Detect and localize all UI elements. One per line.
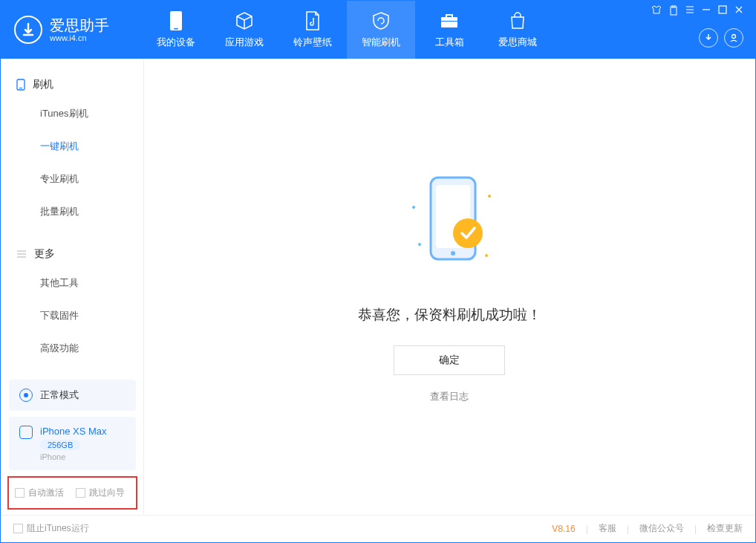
sidebar-item-download-firmware[interactable]: 下载固件	[1, 299, 143, 332]
logo-icon	[14, 16, 42, 44]
checkbox-label: 阻止iTunes运行	[27, 522, 89, 535]
tab-my-device[interactable]: 我的设备	[142, 1, 210, 59]
tab-smart-flash[interactable]: 智能刷机	[347, 1, 415, 59]
toolbox-icon	[439, 10, 460, 31]
main-content: 恭喜您，保资料刷机成功啦！ 确定 查看日志	[144, 59, 755, 514]
tab-toolbox[interactable]: 工具箱	[415, 1, 483, 59]
highlighted-options: 自动激活 跳过向导	[7, 476, 137, 510]
app-header: 爱思助手 www.i4.cn 我的设备 应用游戏 铃声壁纸 智能刷机 工具箱 爱…	[1, 1, 755, 59]
footer-link-update[interactable]: 检查更新	[707, 522, 743, 535]
section-header-flash: 刷机	[1, 72, 143, 97]
window-controls	[648, 1, 746, 22]
svg-point-14	[418, 243, 421, 246]
tab-label: 工具箱	[435, 36, 464, 49]
checkbox-auto-activate[interactable]: 自动激活	[15, 487, 64, 499]
svg-rect-4	[671, 7, 677, 15]
svg-rect-9	[19, 88, 22, 88]
music-file-icon	[302, 10, 323, 31]
sidebar-section-flash: 刷机 iTunes刷机 一键刷机 专业刷机 批量刷机	[1, 59, 143, 228]
device-type: iPhone	[40, 452, 107, 461]
checkbox-block-itunes[interactable]: 阻止iTunes运行	[13, 522, 89, 535]
svg-point-13	[453, 218, 483, 248]
tab-label: 智能刷机	[362, 36, 400, 49]
tab-apps-games[interactable]: 应用游戏	[210, 1, 278, 59]
download-button[interactable]	[699, 28, 718, 48]
device-storage: 256GB	[40, 440, 80, 450]
svg-point-7	[732, 35, 736, 39]
tab-label: 铃声壁纸	[293, 36, 332, 49]
clipboard-icon[interactable]	[669, 5, 678, 18]
checkbox-label: 自动激活	[28, 487, 64, 499]
minimize-button[interactable]	[702, 5, 711, 18]
success-illustration	[375, 170, 524, 284]
sidebar-item-oneclick-flash[interactable]: 一键刷机	[1, 130, 143, 163]
maximize-button[interactable]	[718, 5, 727, 18]
svg-rect-1	[174, 28, 178, 30]
shirt-icon[interactable]	[651, 5, 662, 18]
nav-tabs: 我的设备 应用游戏 铃声壁纸 智能刷机 工具箱 爱思商城	[142, 1, 552, 59]
checkbox-skip-guide[interactable]: 跳过向导	[76, 487, 125, 499]
svg-point-12	[451, 251, 455, 256]
menu-icon[interactable]	[685, 5, 694, 18]
footer-link-support[interactable]: 客服	[599, 522, 616, 535]
phone-icon	[166, 10, 186, 31]
logo-area: 爱思助手 www.i4.cn	[1, 16, 142, 44]
device-icon	[16, 79, 25, 91]
svg-rect-0	[170, 11, 182, 30]
sidebar-item-itunes-flash[interactable]: iTunes刷机	[1, 97, 143, 130]
section-title: 刷机	[33, 78, 53, 91]
mode-label: 正常模式	[40, 388, 79, 402]
tab-label: 我的设备	[157, 36, 195, 49]
svg-rect-2	[441, 17, 457, 27]
sidebar: 刷机 iTunes刷机 一键刷机 专业刷机 批量刷机 更多 其他工具 下载固件 …	[1, 59, 144, 514]
version-label: V8.16	[552, 524, 575, 534]
mode-icon	[19, 388, 33, 402]
sidebar-item-other-tools[interactable]: 其他工具	[1, 267, 143, 299]
success-message: 恭喜您，保资料刷机成功啦！	[358, 305, 541, 325]
tab-store[interactable]: 爱思商城	[483, 1, 552, 59]
sidebar-section-more: 更多 其他工具 下载固件 高级功能	[1, 228, 143, 365]
bag-icon	[507, 10, 528, 31]
phone-small-icon	[19, 426, 33, 439]
logo-title: 爱思助手	[50, 17, 109, 33]
tab-label: 爱思商城	[498, 36, 537, 49]
svg-point-15	[485, 254, 488, 257]
footer: 阻止iTunes运行 V8.16 | 客服 | 微信公众号 | 检查更新	[1, 515, 755, 542]
device-info-block[interactable]: iPhone XS Max 256GB iPhone	[9, 417, 136, 470]
checkbox-icon	[13, 524, 23, 533]
list-icon	[16, 250, 27, 259]
cube-icon	[234, 10, 255, 31]
section-header-more: 更多	[1, 241, 143, 267]
logo-subtitle: www.i4.cn	[50, 33, 109, 42]
close-button[interactable]	[734, 5, 743, 18]
section-title: 更多	[34, 247, 55, 261]
sidebar-item-advanced[interactable]: 高级功能	[1, 332, 143, 365]
sidebar-item-pro-flash[interactable]: 专业刷机	[1, 163, 143, 195]
confirm-button[interactable]: 确定	[394, 345, 505, 375]
svg-rect-6	[719, 6, 726, 13]
device-mode-block[interactable]: 正常模式	[9, 380, 136, 411]
view-log-link[interactable]: 查看日志	[430, 390, 469, 403]
svg-rect-3	[441, 21, 457, 22]
footer-link-wechat[interactable]: 微信公众号	[639, 522, 684, 535]
shield-refresh-icon	[371, 10, 391, 31]
tab-label: 应用游戏	[225, 36, 264, 49]
device-name: iPhone XS Max	[40, 426, 107, 437]
tab-ringtone-wallpaper[interactable]: 铃声壁纸	[278, 1, 347, 59]
checkbox-icon	[76, 488, 85, 498]
user-button[interactable]	[724, 28, 743, 48]
sidebar-item-batch-flash[interactable]: 批量刷机	[1, 195, 143, 228]
checkbox-icon	[15, 488, 25, 498]
checkbox-label: 跳过向导	[89, 487, 125, 499]
